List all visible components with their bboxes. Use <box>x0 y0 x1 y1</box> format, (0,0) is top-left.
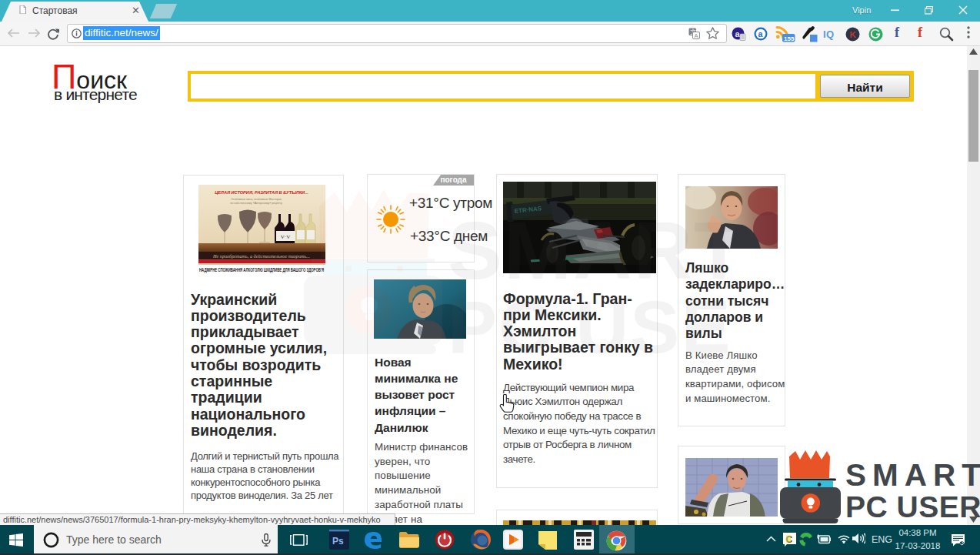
svg-text:НАДМІРНЕ СПОЖИВАННЯ АЛКОГОЛЮ Ш: НАДМІРНЕ СПОЖИВАННЯ АЛКОГОЛЮ ШКІДЛИВЕ ДЛ… <box>199 267 324 273</box>
svg-text:Ps: Ps <box>332 536 344 547</box>
svg-text:a: a <box>735 29 741 38</box>
svg-text:ЦЕЛАЯ ИСТОРИЯ, РАЗЛИТАЯ В БУТЫ: ЦЕЛАЯ ИСТОРИЯ, РАЗЛИТАЯ В БУТЫЛКИ... <box>215 190 308 195</box>
svg-text:PC USER: PC USER <box>845 490 980 523</box>
svg-text:Не приобретать, а действительн: Не приобретать, а действительное творить… <box>212 253 310 259</box>
svg-text:по собственному «Авторскому» р: по собственному «Авторскому» рецепту <box>230 202 282 205</box>
svg-text:Особливые вина, особливые Маст: Особливые вина, особливые Мастеров <box>231 198 282 201</box>
svg-text:A: A <box>695 32 698 39</box>
svg-text:SMART: SMART <box>845 457 980 493</box>
svg-text:V·V: V·V <box>281 234 290 240</box>
svg-text:155: 155 <box>784 35 795 42</box>
svg-text:K: K <box>850 30 857 39</box>
svg-text:a: a <box>758 29 763 38</box>
